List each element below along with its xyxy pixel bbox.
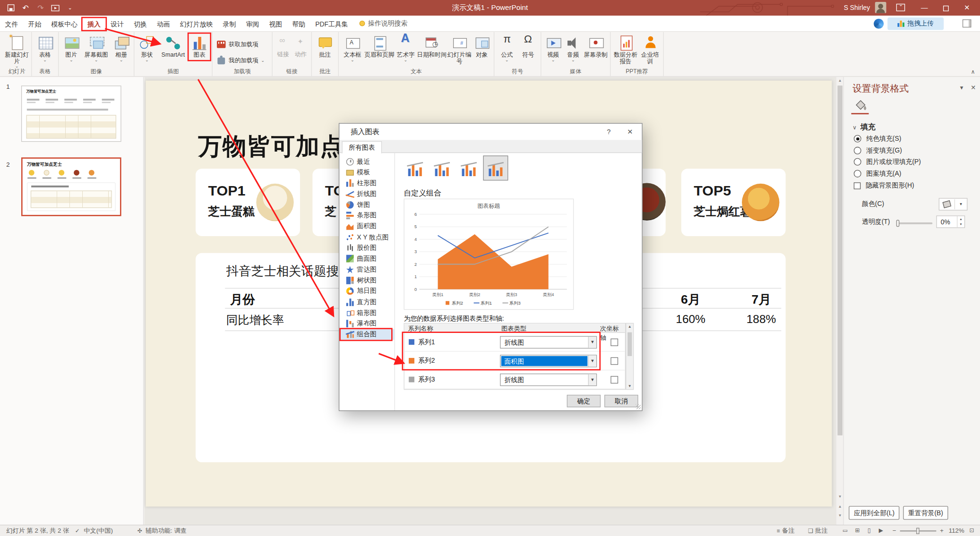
- action-button[interactable]: 动作: [292, 33, 309, 68]
- dialog-title-bar[interactable]: 插入图表 ? ✕: [339, 124, 642, 140]
- tell-me-search[interactable]: 操作说明搜索: [360, 19, 408, 28]
- tab-file[interactable]: 文件: [0, 15, 23, 31]
- series3-secondary-axis-checkbox[interactable]: [610, 376, 618, 383]
- maximize-button[interactable]: [935, 0, 956, 16]
- transparency-value-box[interactable]: 0% ▲▼: [936, 215, 965, 228]
- cancel-button[interactable]: 取消: [604, 395, 638, 407]
- list-item-treemap-chart[interactable]: 树状图: [339, 275, 394, 286]
- series-row-3[interactable]: 系列3 折线图 ▼: [404, 370, 625, 389]
- combo-subtype-2[interactable]: [430, 155, 455, 180]
- dropdown-caret[interactable]: ▼: [588, 356, 596, 367]
- list-item-histogram-chart[interactable]: 直方图: [339, 297, 394, 307]
- combo-subtype-1[interactable]: [403, 155, 428, 180]
- slide-thumbnail-1[interactable]: 万物皆可加点芝士: [21, 85, 121, 142]
- list-item-templates[interactable]: 模板: [339, 167, 394, 178]
- accessibility-status[interactable]: 辅助功能: 调查: [146, 525, 187, 536]
- pane-close-icon[interactable]: ✕: [971, 85, 976, 92]
- pane-options-icon[interactable]: ▾: [960, 85, 963, 92]
- scroll-up-icon[interactable]: ▲: [836, 79, 844, 83]
- zoom-level[interactable]: 112%: [949, 525, 964, 536]
- fit-to-window-icon[interactable]: ⊡: [970, 525, 974, 536]
- symbol-button[interactable]: 符号: [517, 33, 539, 68]
- tab-all-charts[interactable]: 所有图表: [342, 141, 382, 153]
- list-item-recent[interactable]: 最近: [339, 156, 394, 167]
- list-item-surface-chart[interactable]: 曲面图: [339, 254, 394, 264]
- textbox-button[interactable]: 文本框 ⌄: [341, 33, 364, 68]
- list-item-scatter-chart[interactable]: X Y 散点图: [339, 232, 394, 243]
- table-button[interactable]: 表格 ⌄: [34, 33, 56, 68]
- zoom-out-icon[interactable]: −: [893, 525, 896, 536]
- screenshot-button[interactable]: 屏幕截图 ⌄: [82, 33, 111, 68]
- link-button[interactable]: 链接: [275, 33, 292, 68]
- smartart-button[interactable]: SmartArt: [157, 33, 189, 68]
- radio-icon[interactable]: [854, 158, 861, 166]
- header-footer-button[interactable]: 页眉和页脚: [364, 33, 394, 68]
- tab-design[interactable]: 设计: [106, 15, 129, 31]
- picture-fill-option[interactable]: 图片或纹理填充(P): [854, 157, 921, 166]
- list-item-combo-chart[interactable]: 组合图: [339, 329, 394, 340]
- card-top1[interactable]: TOP1 芝士蛋糕: [196, 169, 300, 236]
- series1-type-dropdown[interactable]: 折线图 ▼: [500, 336, 597, 349]
- equation-button[interactable]: 公式 ⌄: [496, 33, 517, 68]
- list-item-waterfall-chart[interactable]: 瀑布图: [339, 318, 394, 329]
- list-item-sunburst-chart[interactable]: 旭日图: [339, 286, 394, 297]
- avatar[interactable]: [875, 2, 886, 13]
- slide-count-status[interactable]: 幻灯片 第 2 张, 共 2 张: [6, 525, 69, 536]
- list-item-area-chart[interactable]: 面积图: [339, 221, 394, 232]
- color-picker-button[interactable]: ▾: [939, 198, 968, 210]
- tab-review[interactable]: 审阅: [241, 15, 264, 31]
- transparency-slider-track[interactable]: [897, 222, 932, 224]
- my-addins-button[interactable]: 我的加载项 ⌄: [215, 54, 266, 67]
- combo-subtype-3[interactable]: [456, 155, 481, 180]
- slide-number-button[interactable]: 幻灯片编号: [447, 33, 472, 68]
- solid-fill-option[interactable]: 纯色填充(S): [854, 134, 902, 143]
- data-report-button[interactable]: 数据分析报告: [612, 33, 639, 68]
- scrollbar-thumb[interactable]: [837, 85, 842, 435]
- gradient-fill-option[interactable]: 渐变填充(G): [854, 146, 902, 155]
- normal-view-icon[interactable]: ▭: [842, 525, 848, 536]
- canvas-scrollbar[interactable]: ▲ ▼ ▲ ▼: [835, 77, 843, 525]
- tab-template-center[interactable]: 模板中心: [46, 15, 83, 31]
- cloud-sync-icon[interactable]: [874, 19, 884, 29]
- tab-animations[interactable]: 动画: [152, 15, 175, 31]
- slide-sorter-view-icon[interactable]: ⊞: [855, 525, 860, 536]
- object-button[interactable]: 对象: [472, 33, 492, 68]
- notes-button[interactable]: ≡备注: [777, 525, 794, 536]
- series-table-scrollbar[interactable]: ▲ ▼: [626, 323, 634, 390]
- tab-transitions[interactable]: 切换: [129, 15, 152, 31]
- drag-upload-button[interactable]: 拖拽上传: [887, 17, 944, 30]
- scrollbar-thumb[interactable]: [628, 332, 632, 356]
- series-row-1[interactable]: 系列1 折线图 ▼: [404, 333, 625, 352]
- photo-album-button[interactable]: 相册 ⌄: [111, 33, 132, 68]
- resize-grip[interactable]: [636, 404, 641, 409]
- reset-background-button[interactable]: 重置背景(B): [903, 506, 948, 519]
- dropdown-caret[interactable]: ▼: [588, 337, 596, 348]
- scroll-up-icon[interactable]: ▲: [626, 325, 633, 329]
- radio-selected-icon[interactable]: [854, 135, 861, 143]
- picture-button[interactable]: 图片 ⌄: [60, 33, 82, 68]
- hide-background-option[interactable]: 隐藏背景图形(H): [854, 181, 914, 190]
- close-button[interactable]: ✕: [956, 0, 978, 16]
- radio-icon[interactable]: [854, 170, 861, 177]
- list-item-stock-chart[interactable]: 股价图: [339, 243, 394, 254]
- minimize-button[interactable]: —: [914, 0, 935, 16]
- tab-record[interactable]: 录制: [218, 15, 241, 31]
- zoom-in-icon[interactable]: +: [940, 525, 944, 536]
- screen-record-button[interactable]: 屏幕录制: [583, 33, 608, 68]
- next-slide-icon[interactable]: ▼: [836, 513, 844, 517]
- spinner-arrows-icon[interactable]: ▲▼: [957, 216, 964, 228]
- fill-bucket-icon[interactable]: [854, 99, 868, 111]
- training-button[interactable]: 企业培训: [639, 33, 662, 68]
- tab-home[interactable]: 开始: [23, 15, 46, 31]
- shapes-button[interactable]: 形状 ⌄: [136, 33, 157, 68]
- ok-button[interactable]: 确定: [567, 395, 601, 407]
- tab-view[interactable]: 视图: [264, 15, 287, 31]
- radio-icon[interactable]: [854, 146, 861, 154]
- audio-button[interactable]: 音频 ⌄: [563, 33, 583, 68]
- ribbon-display-options-icon[interactable]: [896, 4, 905, 11]
- video-button[interactable]: 视频 ⌄: [543, 33, 563, 68]
- slide-thumbnail-2[interactable]: 万物皆可加点芝士: [21, 157, 121, 216]
- combo-subtype-custom-selected[interactable]: [483, 155, 508, 180]
- series3-type-dropdown[interactable]: 折线图 ▼: [500, 374, 597, 386]
- wordart-button[interactable]: 艺术字 ⌄: [395, 33, 417, 68]
